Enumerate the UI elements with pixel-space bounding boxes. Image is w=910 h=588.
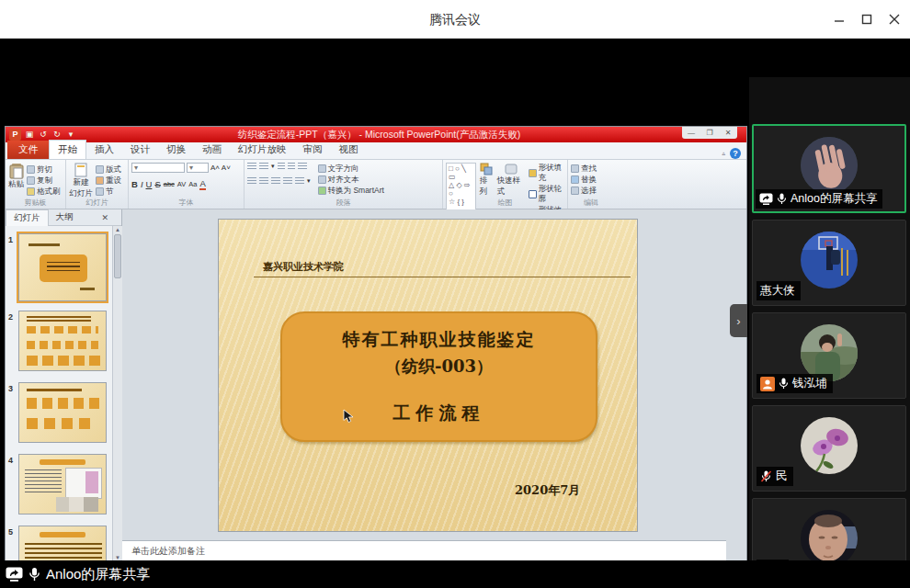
italic-button[interactable]: I: [141, 179, 143, 189]
tab-slides-panel[interactable]: 幻灯片: [6, 209, 49, 226]
alignment-buttons[interactable]: ▾: [247, 177, 311, 185]
section-button[interactable]: 节: [96, 187, 121, 197]
change-case-button[interactable]: Aa: [188, 180, 197, 188]
ppt-window-controls: — ❐ ✕: [682, 127, 737, 139]
undo-icon[interactable]: ↺: [38, 130, 49, 140]
maximize-icon[interactable]: [859, 11, 875, 28]
thumb-decor: [28, 243, 60, 246]
clear-shadow-button[interactable]: abc: [164, 180, 175, 188]
font-name-select[interactable]: ▾: [131, 163, 185, 173]
participant-tile-huidaxia[interactable]: 惠大侠: [752, 220, 906, 306]
tab-design[interactable]: 设计: [122, 141, 158, 159]
participant-tile-min[interactable]: 民: [752, 405, 906, 492]
thumb-number: 3: [8, 384, 17, 393]
find-button[interactable]: 查找: [571, 164, 611, 174]
minimize-icon[interactable]: [831, 11, 847, 28]
thumb-decor: [27, 389, 82, 391]
strike-button[interactable]: S: [154, 179, 160, 189]
avatar: [801, 417, 858, 474]
paste-button[interactable]: 粘贴: [8, 163, 24, 197]
cut-button[interactable]: 剪切: [27, 164, 61, 175]
align-text-button[interactable]: 对齐文本: [318, 175, 384, 185]
bottom-share-bar: Anloo的屏幕共享: [0, 560, 910, 588]
new-slide-button[interactable]: 新建 幻灯片: [69, 163, 93, 199]
notes-pane[interactable]: 单击此处添加备注: [122, 540, 726, 561]
font-color-button[interactable]: A: [199, 178, 205, 190]
ppt-close-icon[interactable]: ✕: [719, 127, 737, 139]
thumbnail-scrollbar[interactable]: ▲ ▼: [112, 226, 122, 561]
bold-button[interactable]: B: [131, 179, 138, 189]
grow-shrink-font[interactable]: A˄ A˅: [210, 164, 231, 172]
meeting-titlebar: 腾讯会议: [0, 0, 910, 39]
thumb-decor: [85, 471, 98, 493]
char-spacing-button[interactable]: AV: [177, 180, 186, 188]
tab-review[interactable]: 审阅: [295, 141, 331, 159]
ppt-minimize-icon[interactable]: —: [682, 127, 700, 139]
list-buttons[interactable]: ▾: [247, 163, 311, 170]
slide-thumbnail-4[interactable]: [18, 454, 107, 514]
panel-close-icon[interactable]: ✕: [101, 213, 121, 222]
reset-button[interactable]: 重设: [96, 175, 121, 186]
ppt-app-icon[interactable]: P: [9, 129, 21, 141]
meeting-title: 腾讯会议: [0, 12, 910, 28]
slide-thumbnail-5[interactable]: [18, 526, 107, 561]
slide-header-rule: [254, 277, 631, 277]
shapes-gallery[interactable]: □ ○ ╲ ▭△ ◇ ⇨ ○☆ { } ～: [446, 163, 476, 216]
slide-title-line2: （纺织-003）: [282, 356, 596, 378]
smartart-button[interactable]: 转换为 SmartArt: [318, 186, 384, 196]
participant-tile-anloo[interactable]: Anloo的屏幕共享: [752, 124, 906, 213]
tab-file[interactable]: 文件: [7, 141, 49, 159]
select-icon: [571, 187, 579, 195]
layout-button[interactable]: 版式: [96, 164, 121, 175]
arrange-button[interactable]: 排列: [480, 163, 494, 198]
host-badge-icon: [760, 377, 775, 391]
mouse-cursor: [343, 409, 354, 424]
select-button[interactable]: 选择: [571, 186, 611, 196]
tab-animations[interactable]: 动画: [194, 141, 230, 159]
qat-dropdown-icon[interactable]: ▾: [65, 130, 76, 140]
slide-thumbnail-1[interactable]: [18, 233, 107, 301]
thumb-decor: [27, 356, 102, 366]
thumb-decor: [27, 341, 98, 349]
font-size-select[interactable]: ▾: [187, 163, 209, 173]
sidebar-collapse-handle[interactable]: ›: [730, 304, 747, 337]
quick-styles-button[interactable]: 快速样式: [497, 163, 525, 198]
slide-thumbnail-3[interactable]: [18, 382, 107, 443]
thumb-decor: [80, 288, 95, 290]
participant-tile-qianhongpu[interactable]: 钱泓埔: [752, 312, 906, 399]
copy-button[interactable]: 复制: [27, 175, 61, 186]
avatar: [801, 510, 858, 567]
tab-transitions[interactable]: 切换: [158, 141, 194, 159]
slide[interactable]: 嘉兴职业技术学院 特有工种职业技能鉴定 （纺织-003） 工作流程 2020年7…: [219, 220, 637, 531]
slide-title-box[interactable]: 特有工种职业技能鉴定 （纺织-003） 工作流程: [280, 311, 597, 442]
tab-insert[interactable]: 插入: [86, 141, 122, 159]
thumb-number: 1: [8, 235, 17, 244]
thumb-decor: [25, 469, 62, 493]
underline-button[interactable]: U: [146, 179, 153, 189]
slide-thumbnail-2[interactable]: [18, 311, 107, 371]
find-icon: [571, 164, 579, 173]
replace-button[interactable]: 替换: [571, 175, 611, 185]
tab-view[interactable]: 视图: [331, 141, 367, 159]
text-direction-icon: [318, 164, 326, 173]
thumb-decor: [40, 532, 85, 537]
notes-placeholder: 单击此处添加备注: [131, 546, 205, 556]
tab-slideshow[interactable]: 幻灯片放映: [230, 141, 295, 159]
shared-screen-area: P ▣ ↺ ↻ ▾ 纺织鉴定流程-PPT（嘉兴） - Microsoft Pow…: [0, 39, 910, 560]
help-icon[interactable]: ?: [730, 148, 741, 159]
slide-canvas: 嘉兴职业技术学院 特有工种职业技能鉴定 （纺织-003） 工作流程 2020年7…: [122, 209, 726, 536]
tab-outline-panel[interactable]: 大纲: [49, 209, 81, 225]
scroll-thumb[interactable]: [114, 234, 121, 278]
text-direction-button[interactable]: 文字方向: [318, 164, 384, 174]
redo-icon[interactable]: ↻: [51, 130, 63, 140]
tab-home[interactable]: 开始: [49, 140, 86, 159]
thumb-decor: [27, 326, 98, 334]
ribbon-collapse-icon[interactable]: ▵: [722, 150, 725, 157]
ppt-restore-icon[interactable]: ❐: [700, 127, 719, 139]
format-painter-button[interactable]: 格式刷: [27, 187, 61, 197]
copy-icon: [27, 176, 35, 185]
close-icon[interactable]: [886, 11, 903, 28]
save-icon[interactable]: ▣: [24, 130, 35, 140]
shape-fill-button[interactable]: 形状填充: [529, 163, 564, 183]
scroll-up-icon[interactable]: ▲: [113, 226, 122, 232]
